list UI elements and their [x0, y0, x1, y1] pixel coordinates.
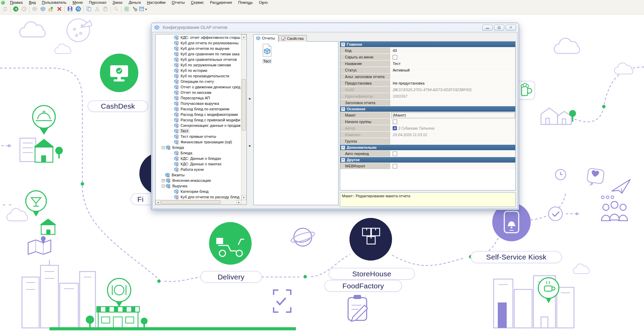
property-value[interactable]: 43 — [391, 47, 515, 54]
scroll-left-button[interactable]: ◄ — [156, 200, 160, 204]
section-header-3[interactable]: −Дополнительно — [340, 145, 515, 151]
tab-properties[interactable]: Свойства — [279, 35, 307, 42]
tab-reports[interactable]: Отчеты — [253, 34, 278, 42]
tree-row[interactable]: КДС: Данные о блюдах — [156, 156, 241, 161]
tree-row[interactable]: Расход блюд по категориям — [156, 106, 241, 112]
menu-item-8[interactable]: Настройки — [144, 0, 169, 4]
property-value[interactable]: (Макет) — [391, 112, 515, 119]
tree-row[interactable]: Куб для отчета по реализованны — [156, 40, 241, 46]
menu-item-1[interactable]: Правка — [7, 0, 26, 4]
tree-row[interactable]: Работа кухни — [156, 167, 241, 172]
checkbox-unchecked[interactable] — [393, 55, 397, 59]
toolbar-sync-button[interactable] — [123, 6, 131, 13]
list-item-test[interactable]: Тест — [257, 44, 277, 64]
tree-vertical-scrollbar[interactable]: ▲ ▼ — [241, 34, 246, 200]
tree-row[interactable]: Расход блюд с модификаторами — [156, 112, 241, 117]
tree-row[interactable]: Куб по производительности — [156, 73, 241, 79]
dialog-titlebar[interactable]: Конфигурирование OLAP отчетов ✕ — [151, 23, 519, 32]
splitter-collapse-icon[interactable]: ◄ — [248, 97, 251, 100]
toolbar-publish-button[interactable] — [131, 6, 139, 13]
tree-row[interactable]: Куб для отчетов по выручке — [156, 46, 241, 51]
tree-row[interactable]: Пересортица АП — [156, 95, 241, 101]
tree-row[interactable]: Куб для отчетов по расходу блюд — [156, 194, 241, 200]
section-header-4[interactable]: −Другое — [340, 157, 515, 163]
menu-item-12[interactable]: Помощь — [235, 0, 256, 4]
toolbar-paste-button[interactable] — [101, 6, 110, 13]
close-button[interactable]: ✕ — [506, 25, 516, 31]
tree-row[interactable]: Куб по истории — [156, 68, 241, 73]
toolbar-search-button[interactable] — [112, 6, 120, 13]
toolbar-undo-button[interactable] — [74, 6, 82, 13]
toolbar-delete-button[interactable] — [55, 6, 64, 13]
scroll-right-button[interactable]: ► — [237, 200, 241, 204]
toolbar-cube-button[interactable] — [31, 6, 39, 13]
restore-button[interactable] — [494, 25, 504, 31]
property-value[interactable]: Тест — [391, 60, 515, 67]
collapse-section-icon[interactable]: − — [341, 43, 345, 46]
property-value[interactable]: Активный — [391, 67, 515, 74]
property-value[interactable] — [391, 74, 515, 80]
tree-row[interactable]: Куб для сравнения по типам зака — [156, 51, 241, 57]
tree-row[interactable]: КДС: отчет эффективности старш — [156, 35, 241, 40]
collapse-section-icon[interactable]: − — [341, 158, 345, 162]
checkbox-unchecked[interactable] — [393, 164, 397, 168]
menu-item-9[interactable]: Отчеты — [169, 0, 188, 4]
tree-row[interactable]: Категории блюд — [156, 189, 241, 194]
tree-row[interactable]: Финансовые транзакции (sql) — [156, 139, 241, 145]
toolbar-export-button[interactable] — [47, 6, 55, 13]
property-value[interactable] — [391, 138, 515, 145]
section-header-1[interactable]: −Главное — [340, 42, 515, 47]
tree-row[interactable]: Блюда — [156, 150, 241, 156]
toolbar-back-button[interactable] — [12, 6, 20, 13]
tree-row[interactable]: Синхронизация: данные о продаж — [156, 123, 241, 128]
toolbar-save-button[interactable] — [66, 6, 74, 13]
tree-row[interactable]: Отчет по киоскам — [156, 90, 241, 95]
splitter-collapse-icon[interactable]: ◄ — [248, 144, 251, 147]
toolbar-forward-button[interactable] — [20, 6, 28, 13]
checkbox-unchecked[interactable] — [393, 152, 397, 156]
tree-horizontal-scrollbar[interactable]: ◄ ► — [156, 200, 241, 205]
tree-row[interactable]: Отчет о движении денежных сред — [156, 84, 241, 90]
scroll-up-button[interactable]: ▲ — [241, 34, 246, 40]
menu-item-11[interactable]: Расширения — [207, 0, 235, 4]
tree-row[interactable]: Операции по счету — [156, 79, 241, 84]
tree-row[interactable]: Куб для сравнительных отчетов — [156, 57, 241, 62]
section-header-2[interactable]: −Основное — [340, 106, 515, 112]
tree-row[interactable]: Расход блюд с привязкой модифи — [156, 117, 241, 123]
checkbox-unchecked[interactable] — [393, 120, 397, 124]
menu-item-3[interactable]: Пользователь — [39, 0, 69, 4]
toolbar-grid-menu-button[interactable]: ▼ — [139, 6, 147, 13]
reports-list[interactable]: Тест — [253, 41, 338, 205]
tree-row[interactable]: Куб по загруженным сменам — [156, 62, 241, 68]
hscroll-thumb[interactable] — [161, 200, 221, 204]
property-value[interactable]: {8E1CE525-2701-4794-AD73-0D2F1923BF60} — [391, 87, 515, 93]
property-value[interactable]: 1001557 — [391, 93, 515, 100]
menu-item-6[interactable]: Заказ — [110, 0, 126, 4]
collapse-section-icon[interactable]: − — [341, 107, 345, 111]
scroll-down-button[interactable]: ▼ — [241, 195, 246, 200]
property-value[interactable]: 23.04.2026 11:23:12 — [391, 132, 515, 138]
toolbar-cut-button[interactable] — [93, 6, 101, 13]
menu-item-7[interactable]: Деньги — [126, 0, 144, 4]
toolbar-refresh-button[interactable] — [1, 6, 9, 13]
menu-item-10[interactable]: Сервис — [188, 0, 207, 4]
tree-row[interactable]: КДС: Данные о пакетах — [156, 161, 241, 167]
collapse-section-icon[interactable]: − — [341, 146, 345, 150]
tree-row[interactable]: Тест прямые отчеты — [156, 134, 241, 139]
expand-box-icon[interactable]: + — [162, 179, 165, 182]
collapse-box-icon[interactable]: − — [162, 185, 165, 188]
toolbar-copy-button[interactable] — [85, 6, 93, 13]
tree-row[interactable]: Получасовая выручка — [156, 101, 241, 106]
toolbar-cube-button[interactable] — [39, 6, 47, 13]
tree-row[interactable]: −Блюда — [156, 145, 241, 150]
menu-item-4[interactable]: Меню — [69, 0, 86, 4]
menu-item-13[interactable]: Окно — [256, 0, 271, 4]
minimize-button[interactable] — [482, 25, 493, 31]
tree-row[interactable]: Тест — [156, 128, 241, 134]
property-value[interactable]: Не предустановка — [391, 80, 515, 87]
collapse-box-icon[interactable]: − — [162, 146, 165, 149]
tree-row[interactable]: −Выручка — [156, 183, 241, 189]
menu-item-5[interactable]: Персонал — [86, 0, 110, 4]
property-value[interactable] — [391, 100, 515, 106]
tree-row[interactable]: +Внесения-инкассации — [156, 178, 241, 183]
